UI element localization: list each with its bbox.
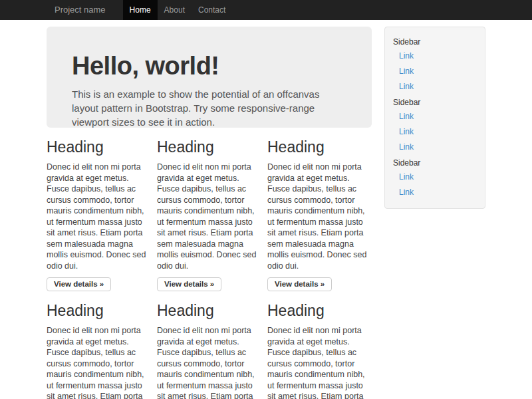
sidebar-link[interactable]: Link (399, 185, 477, 200)
card-heading: Heading (157, 303, 261, 319)
card-body-text: Donec id elit non mi porta gravida at eg… (157, 162, 261, 271)
card-heading: Heading (267, 303, 371, 319)
sidebar-group-title: Sidebar (393, 158, 477, 168)
card-heading: Heading (157, 140, 261, 155)
content-row: Hello, world! This is an example to show… (47, 27, 485, 399)
sidebar-group-title: Sidebar (393, 97, 477, 108)
page-title: Hello, world! (72, 53, 346, 78)
cards-row-2: Heading Donec id elit non mi porta gravi… (47, 291, 372, 399)
card-body-text: Donec id elit non mi porta gravida at eg… (47, 325, 150, 399)
sidebar-group: Sidebar Link Link Link (393, 37, 477, 94)
nav-item-home[interactable]: Home (123, 0, 158, 20)
sidebar-group: Sidebar Link Link Link (393, 97, 477, 155)
sidebar-link[interactable]: Link (399, 140, 477, 155)
sidebar-group: Sidebar Link Link (393, 158, 477, 200)
card-body-text: Donec id elit non mi porta gravida at eg… (267, 162, 371, 271)
main-column: Hello, world! This is an example to show… (47, 27, 372, 399)
sidebar-group-title: Sidebar (393, 37, 477, 47)
jumbotron: Hello, world! This is an example to show… (47, 27, 372, 128)
nav-item-contact[interactable]: Contact (192, 0, 232, 20)
view-details-button[interactable]: View details » (47, 277, 111, 291)
card-heading: Heading (47, 140, 150, 155)
cards-row-1: Heading Donec id elit non mi porta gravi… (47, 128, 372, 291)
navbar-nav: Home About Contact (123, 0, 233, 20)
sidebar-panel: Sidebar Link Link Link Sidebar Link Link… (384, 27, 485, 209)
view-details-button[interactable]: View details » (157, 277, 221, 291)
card: Heading Donec id elit non mi porta gravi… (157, 291, 261, 399)
card: Heading Donec id elit non mi porta gravi… (267, 291, 371, 399)
sidebar-column: Sidebar Link Link Link Sidebar Link Link… (384, 27, 485, 399)
card: Heading Donec id elit non mi porta gravi… (47, 291, 150, 399)
sidebar-link[interactable]: Link (399, 79, 477, 94)
sidebar-link[interactable]: Link (399, 170, 477, 185)
navbar: Project name Home About Contact (0, 0, 532, 20)
card-body-text: Donec id elit non mi porta gravida at eg… (267, 325, 371, 399)
sidebar-link[interactable]: Link (399, 64, 477, 79)
card-body-text: Donec id elit non mi porta gravida at eg… (47, 162, 150, 271)
card: Heading Donec id elit non mi porta gravi… (267, 128, 371, 291)
card-heading: Heading (47, 303, 150, 319)
jumbotron-description: This is an example to show the potential… (72, 87, 346, 129)
page-container: Hello, world! This is an example to show… (47, 20, 485, 399)
sidebar-link[interactable]: Link (399, 49, 477, 64)
card: Heading Donec id elit non mi porta gravi… (47, 128, 150, 291)
card: Heading Donec id elit non mi porta gravi… (157, 128, 261, 291)
sidebar-link[interactable]: Link (399, 109, 477, 124)
sidebar-link[interactable]: Link (399, 124, 477, 140)
navbar-inner: Project name Home About Contact (47, 0, 485, 20)
nav-item-about[interactable]: About (158, 0, 192, 20)
card-heading: Heading (267, 140, 371, 155)
view-details-button[interactable]: View details » (267, 277, 332, 291)
card-body-text: Donec id elit non mi porta gravida at eg… (157, 325, 261, 399)
navbar-brand[interactable]: Project name (47, 0, 114, 20)
